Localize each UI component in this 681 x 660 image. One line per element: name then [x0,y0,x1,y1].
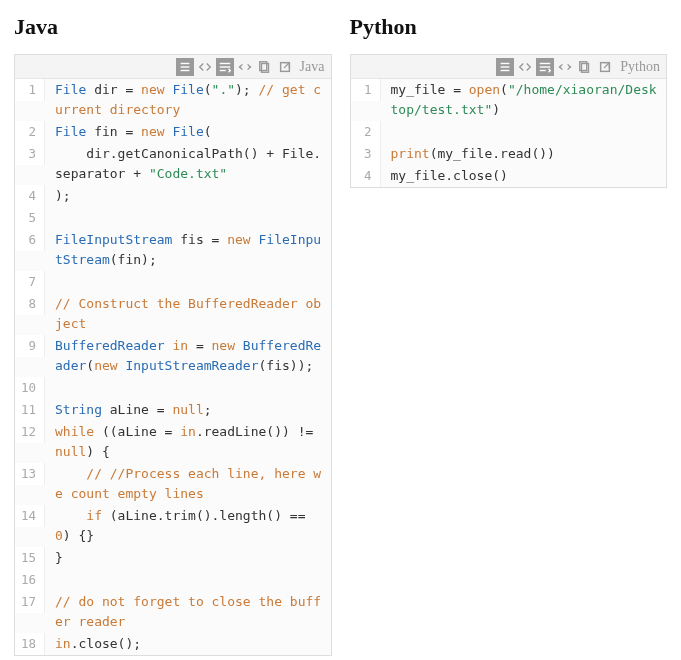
line-number: 13 [15,463,45,485]
code-toolbar: Java [15,55,331,79]
line-number: 14 [15,505,45,527]
line-number: 4 [351,165,381,187]
line-code [381,121,667,123]
line-number: 9 [15,335,45,357]
code-line: 18in.close(); [15,633,331,655]
code-line: 7 [15,271,331,293]
line-code: BufferedReader in = new BufferedReader(n… [45,335,331,377]
open-icon[interactable] [596,58,614,76]
lines-icon[interactable] [496,58,514,76]
code-line: 8// Construct the BufferedReader object [15,293,331,335]
line-code: while ((aLine = in.readLine()) != null) … [45,421,331,463]
wrap-icon[interactable] [536,58,554,76]
code-block: Python1my_file = open("/home/xiaoran/Des… [350,54,668,188]
line-number: 3 [351,143,381,165]
line-code: in.close(); [45,633,331,655]
column-python: PythonPython1my_file = open("/home/xiaor… [350,14,668,656]
code-lines: 1File dir = new File("."); // get curren… [15,79,331,655]
column-java: JavaJava1File dir = new File("."); // ge… [14,14,332,656]
code-line: 1my_file = open("/home/xiaoran/Desktop/t… [351,79,667,121]
code-icon[interactable] [516,58,534,76]
code-line: 15} [15,547,331,569]
line-number: 15 [15,547,45,569]
code-line: 9BufferedReader in = new BufferedReader(… [15,335,331,377]
code-line: 4my_file.close() [351,165,667,187]
copy-icon[interactable] [256,58,274,76]
code-toolbar: Python [351,55,667,79]
line-number: 17 [15,591,45,613]
svg-line-19 [604,62,609,67]
code-line: 16 [15,569,331,591]
code-line: 6FileInputStream fis = new FileInputStre… [15,229,331,271]
line-code: File fin = new File( [45,121,331,143]
code-line: 3print(my_file.read()) [351,143,667,165]
line-number: 2 [15,121,45,143]
copy-icon[interactable] [576,58,594,76]
code-block: Java1File dir = new File("."); // get cu… [14,54,332,656]
line-code: String aLine = null; [45,399,331,421]
line-code: print(my_file.read()) [381,143,667,165]
line-number: 4 [15,185,45,207]
line-code: // Construct the BufferedReader object [45,293,331,335]
code-line: 13 // //Process each line, here we count… [15,463,331,505]
line-number: 16 [15,569,45,591]
column-title: Python [350,14,668,40]
lines-icon[interactable] [176,58,194,76]
line-number: 12 [15,421,45,443]
toolbar-language-label: Python [616,59,660,75]
expand-icon[interactable] [236,58,254,76]
column-title: Java [14,14,332,40]
line-code: if (aLine.trim().length() == 0) {} [45,505,331,547]
line-number: 7 [15,271,45,293]
line-code: } [45,547,331,569]
toolbar-language-label: Java [296,59,325,75]
open-icon[interactable] [276,58,294,76]
code-lines: 1my_file = open("/home/xiaoran/Desktop/t… [351,79,667,187]
code-comparison-columns: JavaJava1File dir = new File("."); // ge… [14,14,667,656]
line-number: 18 [15,633,45,655]
line-number: 5 [15,207,45,229]
line-code: ); [45,185,331,207]
line-code: // //Process each line, here we count em… [45,463,331,505]
code-line: 10 [15,377,331,399]
code-line: 5 [15,207,331,229]
line-number: 1 [351,79,381,101]
line-number: 2 [351,121,381,143]
line-number: 6 [15,229,45,251]
code-line: 1File dir = new File("."); // get curren… [15,79,331,121]
line-number: 3 [15,143,45,165]
line-code: my_file.close() [381,165,667,187]
line-code [45,207,331,209]
svg-line-9 [284,62,289,67]
code-line: 11String aLine = null; [15,399,331,421]
code-icon[interactable] [196,58,214,76]
code-line: 12while ((aLine = in.readLine()) != null… [15,421,331,463]
line-code: File dir = new File("."); // get current… [45,79,331,121]
code-line: 17// do not forget to close the buffer r… [15,591,331,633]
code-line: 4); [15,185,331,207]
line-code: FileInputStream fis = new FileInputStrea… [45,229,331,271]
wrap-icon[interactable] [216,58,234,76]
line-number: 10 [15,377,45,399]
code-line: 14 if (aLine.trim().length() == 0) {} [15,505,331,547]
line-code [45,569,331,571]
code-line: 2File fin = new File( [15,121,331,143]
expand-icon[interactable] [556,58,574,76]
line-code [45,377,331,379]
line-number: 11 [15,399,45,421]
code-line: 3 dir.getCanonicalPath() + File.separato… [15,143,331,185]
line-number: 1 [15,79,45,101]
line-code [45,271,331,273]
line-code: // do not forget to close the buffer rea… [45,591,331,633]
line-code: dir.getCanonicalPath() + File.separator … [45,143,331,185]
line-code: my_file = open("/home/xiaoran/Desktop/te… [381,79,667,121]
line-number: 8 [15,293,45,315]
code-line: 2 [351,121,667,143]
